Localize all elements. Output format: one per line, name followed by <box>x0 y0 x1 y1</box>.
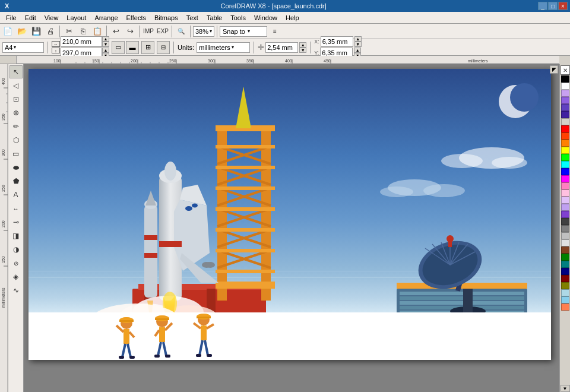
color-swatch-1[interactable] <box>561 90 569 97</box>
minimize-button[interactable]: _ <box>538 2 547 10</box>
save-button[interactable]: 💾 <box>30 25 43 38</box>
color-swatch-blue[interactable] <box>561 168 569 175</box>
nudge-down[interactable]: ▼ <box>299 48 306 53</box>
x-coord-input[interactable] <box>321 36 353 47</box>
smart-fill-button[interactable]: ⬡ <box>10 134 23 147</box>
menu-bitmaps[interactable]: Bitmaps <box>151 14 182 22</box>
freehand-tool-button[interactable]: ✏ <box>10 120 23 133</box>
height-up[interactable]: ▲ <box>102 48 109 53</box>
color-swatch-light-purple[interactable] <box>561 204 569 211</box>
page-size-dropdown[interactable]: A4 ▾ <box>2 42 44 53</box>
rectangle-tool-button[interactable]: ▭ <box>10 147 23 160</box>
color-swatch-red[interactable] <box>561 125 569 132</box>
snap-options-button[interactable]: ≡ <box>268 25 281 38</box>
menu-text[interactable]: Text <box>183 14 202 22</box>
color-swatch-olive[interactable] <box>561 282 569 289</box>
color-swatch-5[interactable] <box>561 118 569 125</box>
x-up[interactable]: ▲ <box>354 36 362 42</box>
transparency-tool-button[interactable]: ◑ <box>10 243 23 256</box>
connector-tool-button[interactable]: ⊸ <box>10 216 23 229</box>
color-swatch-cyan[interactable] <box>561 161 569 168</box>
nudge-input[interactable] <box>265 42 298 53</box>
no-color-swatch[interactable]: ✕ <box>560 65 570 75</box>
color-swatch-orange-red[interactable] <box>561 132 569 140</box>
eyedropper-button[interactable]: ⊘ <box>10 257 23 270</box>
undo-button[interactable]: ↩ <box>109 25 122 38</box>
width-down[interactable]: ▼ <box>102 42 109 47</box>
width-spinner[interactable]: ▲▼ <box>102 36 109 47</box>
page-frame-button[interactable]: ⊞ <box>141 41 154 54</box>
menu-file[interactable]: File <box>2 14 20 22</box>
width-input[interactable] <box>61 36 102 47</box>
color-swatch-2[interactable] <box>561 97 569 104</box>
color-swatch-light-gray[interactable] <box>561 232 569 239</box>
color-swatch-lavender[interactable] <box>561 197 569 204</box>
canvas-area[interactable]: ◤ <box>24 64 559 392</box>
shape-tool-button[interactable]: ◁ <box>10 79 23 92</box>
color-swatch-light-pink[interactable] <box>561 189 569 197</box>
color-swatch-pink[interactable] <box>561 182 569 189</box>
nudge-up[interactable]: ▲ <box>299 42 306 48</box>
menu-arrange[interactable]: Arrange <box>91 14 121 22</box>
smart-draw-button[interactable]: ∿ <box>10 284 23 297</box>
color-swatch-coral[interactable] <box>561 304 569 311</box>
color-swatch-purple[interactable] <box>561 211 569 218</box>
color-swatch-sky-blue[interactable] <box>561 296 569 304</box>
import-button[interactable]: IMP <box>142 25 155 38</box>
color-swatch-green[interactable] <box>561 154 569 161</box>
menu-effects[interactable]: Effects <box>123 14 150 22</box>
palette-scroll-down[interactable]: ▼ <box>560 385 570 392</box>
close-button[interactable]: × <box>558 2 568 10</box>
text-tool-button[interactable]: A <box>10 188 23 201</box>
width-up[interactable]: ▲ <box>102 36 109 42</box>
color-swatch-teal[interactable] <box>561 261 569 268</box>
color-swatch-silver[interactable] <box>561 239 569 246</box>
bleed-button[interactable]: ⊟ <box>157 41 170 54</box>
y-up[interactable]: ▲ <box>354 48 361 53</box>
dimension-tool-button[interactable]: ↔ <box>10 202 23 215</box>
color-swatch-brown[interactable] <box>561 246 569 254</box>
export-button[interactable]: EXP <box>156 25 169 38</box>
shadow-tool-button[interactable]: ◨ <box>10 229 23 242</box>
zoom-tool-button[interactable]: ⊕ <box>10 106 23 119</box>
black-swatch[interactable] <box>561 75 569 83</box>
color-swatch-yellow[interactable] <box>561 147 569 154</box>
menu-help[interactable]: Help <box>282 14 303 22</box>
snap-to-dropdown[interactable]: Snap to ▾ <box>220 26 267 37</box>
redo-button[interactable]: ↪ <box>124 25 137 38</box>
polygon-tool-button[interactable]: ⬟ <box>10 175 23 188</box>
color-swatch-dark-green[interactable] <box>561 254 569 261</box>
canvas-scroll-tl[interactable]: ◤ <box>550 65 558 74</box>
color-swatch-4[interactable] <box>561 111 569 118</box>
units-dropdown[interactable]: millimeters ▾ <box>197 42 250 53</box>
new-button[interactable]: 📄 <box>1 25 14 38</box>
selection-tool-button[interactable]: ↖ <box>10 65 23 78</box>
menu-edit[interactable]: Edit <box>21 14 40 22</box>
zoom-in-button[interactable]: 🔍 <box>175 25 188 38</box>
landscape-button[interactable]: ▬ <box>126 41 139 54</box>
crop-tool-button[interactable]: ⊡ <box>10 93 23 106</box>
color-swatch-3[interactable] <box>561 104 569 111</box>
nudge-spinner[interactable]: ▲▼ <box>299 42 306 53</box>
menu-layout[interactable]: Layout <box>63 14 90 22</box>
menu-view[interactable]: View <box>41 14 62 22</box>
color-swatch-dark-red[interactable] <box>561 275 569 282</box>
color-swatch-magenta[interactable] <box>561 175 569 182</box>
ellipse-tool-button[interactable]: ⬬ <box>10 161 23 174</box>
white-swatch[interactable] <box>561 83 569 90</box>
fill-tool-button[interactable]: ◈ <box>10 270 23 283</box>
color-swatch-light-blue[interactable] <box>561 289 569 296</box>
menu-window[interactable]: Window <box>251 14 281 22</box>
color-swatch-orange[interactable] <box>561 140 569 147</box>
x-spinner[interactable]: ▲▼ <box>354 36 362 47</box>
zoom-dropdown[interactable]: 38% ▾ <box>193 26 214 37</box>
x-down[interactable]: ▼ <box>354 42 362 47</box>
color-swatch-navy[interactable] <box>561 268 569 275</box>
open-button[interactable]: 📂 <box>15 25 28 38</box>
color-swatch-gray[interactable] <box>561 225 569 232</box>
menu-table[interactable]: Table <box>203 14 226 22</box>
color-swatch-dark-gray[interactable] <box>561 218 569 225</box>
maximize-button[interactable]: □ <box>548 2 558 10</box>
portrait-button[interactable]: ▭ <box>112 41 125 54</box>
menu-tools[interactable]: Tools <box>227 14 249 22</box>
